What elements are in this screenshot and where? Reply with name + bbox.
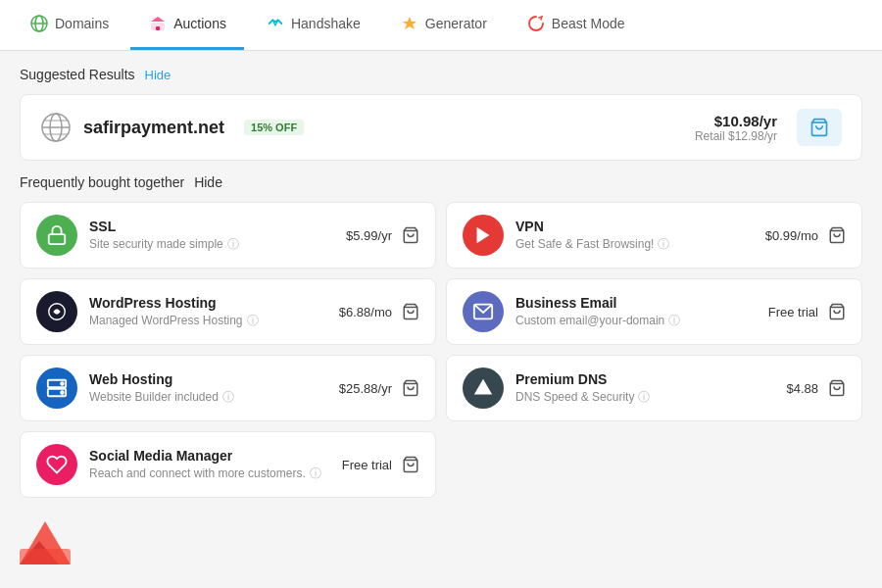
suggested-results-header: Suggested Results Hide xyxy=(20,67,862,82)
service-icon-premium-dns xyxy=(463,368,504,409)
domain-add-to-cart-button[interactable] xyxy=(797,109,842,146)
tab-auctions[interactable]: Auctions xyxy=(130,0,244,50)
service-name-web-hosting: Web Hosting xyxy=(89,371,327,387)
discount-badge: 15% OFF xyxy=(244,120,304,135)
service-icon-vpn xyxy=(463,215,504,256)
service-desc-premium-dns: DNS Speed & Security ⓘ xyxy=(515,389,774,406)
tab-auctions-label: Auctions xyxy=(173,16,226,31)
info-icon-web-hosting[interactable]: ⓘ xyxy=(222,389,234,406)
service-icon-wordpress-hosting xyxy=(36,291,77,332)
domain-result-icon xyxy=(40,112,72,143)
service-name-ssl: SSL xyxy=(89,219,334,234)
service-card-vpn: VPN Get Safe & Fast Browsing! ⓘ $0.99/mo xyxy=(446,202,862,269)
add-to-cart-button-social-media-manager[interactable] xyxy=(402,456,419,473)
service-price-wordpress-hosting: $6.88/mo xyxy=(339,305,392,319)
add-to-cart-button-wordpress-hosting[interactable] xyxy=(402,303,419,320)
service-info-vpn: VPN Get Safe & Fast Browsing! ⓘ xyxy=(515,219,754,253)
add-to-cart-button-premium-dns[interactable] xyxy=(828,379,846,397)
info-icon-vpn[interactable]: ⓘ xyxy=(658,236,669,253)
svg-rect-5 xyxy=(156,26,160,30)
add-to-cart-button-ssl[interactable] xyxy=(402,226,419,244)
tab-domains[interactable]: Domains xyxy=(12,0,126,50)
service-card-social-media-manager: Social Media Manager Reach and connect w… xyxy=(20,431,436,498)
service-info-wordpress-hosting: WordPress Hosting Managed WordPress Host… xyxy=(89,295,327,329)
service-icon-social-media-manager xyxy=(36,444,77,485)
service-desc-wordpress-hosting: Managed WordPress Hosting ⓘ xyxy=(89,313,327,329)
service-name-business-email: Business Email xyxy=(515,295,757,311)
tab-beast-mode-label: Beast Mode xyxy=(552,16,625,31)
fbt-title: Frequently bought together xyxy=(20,174,184,190)
info-icon-ssl[interactable]: ⓘ xyxy=(227,236,239,253)
domain-price-main: $10.98/yr xyxy=(695,113,777,129)
svg-point-24 xyxy=(61,391,64,394)
suggested-results-hide[interactable]: Hide xyxy=(145,68,172,82)
suggested-results-title: Suggested Results xyxy=(20,67,135,82)
service-desc-ssl: Site security made simple ⓘ xyxy=(89,236,334,253)
svg-marker-6 xyxy=(403,17,416,29)
svg-rect-13 xyxy=(49,234,66,244)
service-right-ssl: $5.99/yr xyxy=(346,226,419,244)
info-icon-premium-dns[interactable]: ⓘ xyxy=(638,389,650,406)
service-icon-ssl xyxy=(36,215,77,256)
service-desc-social-media-manager: Reach and connect with more customers. ⓘ xyxy=(89,466,330,482)
service-icon-web-hosting xyxy=(36,368,77,409)
service-right-vpn: $0.99/mo xyxy=(765,226,846,244)
service-card-ssl: SSL Site security made simple ⓘ $5.99/yr xyxy=(20,202,436,269)
service-name-wordpress-hosting: WordPress Hosting xyxy=(89,295,327,311)
domain-result-card: safirpayment.net 15% OFF $10.98/yr Retai… xyxy=(20,94,862,161)
svg-marker-15 xyxy=(477,227,490,244)
auctions-icon xyxy=(148,14,168,33)
service-name-social-media-manager: Social Media Manager xyxy=(89,448,330,464)
service-desc-web-hosting: Website Builder included ⓘ xyxy=(89,389,327,406)
service-icon-business-email xyxy=(463,291,504,332)
service-price-vpn: $0.99/mo xyxy=(765,228,818,243)
service-right-social-media-manager: Free trial xyxy=(342,456,419,473)
bottom-logo xyxy=(20,521,71,568)
service-price-business-email: Free trial xyxy=(768,305,818,319)
info-icon-business-email[interactable]: ⓘ xyxy=(668,313,680,329)
domain-price-retail: Retail $12.98/yr xyxy=(695,129,777,143)
add-to-cart-button-business-email[interactable] xyxy=(828,303,846,320)
service-info-web-hosting: Web Hosting Website Builder included ⓘ xyxy=(89,371,327,406)
service-card-premium-dns: Premium DNS DNS Speed & Security ⓘ $4.88 xyxy=(446,355,862,421)
service-card-web-hosting: Web Hosting Website Builder included ⓘ $… xyxy=(20,355,436,421)
service-right-web-hosting: $25.88/yr xyxy=(339,379,419,397)
domain-result-left: safirpayment.net 15% OFF xyxy=(40,112,304,143)
svg-rect-31 xyxy=(20,549,71,564)
tab-domains-label: Domains xyxy=(55,16,109,31)
service-info-ssl: SSL Site security made simple ⓘ xyxy=(89,219,334,253)
domain-result-right: $10.98/yr Retail $12.98/yr xyxy=(695,109,842,146)
service-right-premium-dns: $4.88 xyxy=(786,379,846,397)
service-price-web-hosting: $25.88/yr xyxy=(339,381,392,396)
tab-beast-mode[interactable]: Beast Mode xyxy=(509,0,643,50)
service-desc-vpn: Get Safe & Fast Browsing! ⓘ xyxy=(515,236,754,253)
tab-generator[interactable]: Generator xyxy=(382,0,505,50)
service-right-wordpress-hosting: $6.88/mo xyxy=(339,303,419,320)
domains-icon xyxy=(29,14,49,33)
svg-marker-26 xyxy=(474,379,492,395)
tab-handshake-label: Handshake xyxy=(291,16,361,31)
service-info-social-media-manager: Social Media Manager Reach and connect w… xyxy=(89,448,330,482)
service-right-business-email: Free trial xyxy=(768,303,846,320)
info-icon-wordpress-hosting[interactable]: ⓘ xyxy=(247,313,259,329)
service-name-vpn: VPN xyxy=(515,219,754,234)
fbt-hide[interactable]: Hide xyxy=(194,174,222,190)
add-to-cart-button-web-hosting[interactable] xyxy=(402,379,419,397)
brand-logo xyxy=(20,521,71,564)
service-card-business-email: Business Email Custom email@your-domain … xyxy=(446,278,862,345)
handshake-icon xyxy=(266,14,285,33)
service-info-premium-dns: Premium DNS DNS Speed & Security ⓘ xyxy=(515,371,774,406)
service-price-ssl: $5.99/yr xyxy=(346,228,392,243)
info-icon-social-media-manager[interactable]: ⓘ xyxy=(310,466,321,482)
add-to-cart-button-vpn[interactable] xyxy=(828,226,846,244)
main-content: Suggested Results Hide safirpayment.net … xyxy=(0,51,882,580)
nav-tabs: Domains Auctions Handshake Generator xyxy=(0,0,882,51)
beast-mode-icon xyxy=(526,14,546,33)
service-desc-business-email: Custom email@your-domain ⓘ xyxy=(515,313,757,329)
domain-price-block: $10.98/yr Retail $12.98/yr xyxy=(695,113,777,143)
tab-handshake[interactable]: Handshake xyxy=(248,0,378,50)
generator-icon xyxy=(400,14,419,33)
service-price-social-media-manager: Free trial xyxy=(342,458,392,472)
domain-name: safirpayment.net xyxy=(83,118,224,138)
service-price-premium-dns: $4.88 xyxy=(786,381,818,396)
